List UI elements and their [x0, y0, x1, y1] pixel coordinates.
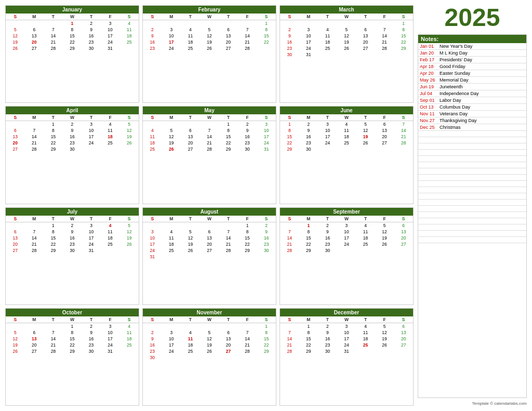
calendar-day: 1	[299, 222, 318, 229]
calendar-day: 26	[375, 241, 394, 247]
calendar-day: 24	[318, 140, 337, 146]
calendar-day: 15	[238, 235, 257, 241]
calendar-day: 8	[299, 229, 318, 235]
calendar-day: 25	[318, 45, 337, 51]
day-header: M	[299, 316, 318, 323]
month-table-august: SMTWTFS123456789101112131415161718192021…	[143, 216, 276, 260]
empty-note-row	[418, 231, 526, 237]
calendar-day: 18	[337, 134, 356, 140]
calendar-day: 28	[394, 140, 413, 146]
calendar-day: 21	[25, 140, 44, 146]
calendar-day: 22	[44, 241, 63, 247]
calendar-day: 30	[63, 146, 82, 152]
day-header: M	[25, 316, 44, 323]
calendar-day	[6, 323, 25, 329]
calendar-day: 23	[63, 140, 82, 146]
calendar-day: 5	[337, 26, 356, 33]
calendar-day: 2	[318, 222, 337, 229]
calendar-day: 31	[337, 348, 356, 354]
calendar-day: 27	[6, 146, 25, 152]
calendar-day: 5	[375, 222, 394, 229]
empty-note-row	[418, 224, 526, 231]
calendar-day: 21	[44, 39, 63, 45]
month-april: AprilSMTWTFS1234567891011121314151617181…	[5, 106, 139, 204]
calendar-day	[181, 20, 200, 27]
calendar-day: 25	[119, 39, 139, 45]
day-header: W	[63, 216, 82, 222]
calendar-day: 17	[101, 336, 120, 342]
calendar-day	[375, 247, 394, 254]
holiday-name: Thanksgiving Day	[440, 118, 477, 123]
calendar-day: 27	[375, 140, 394, 146]
calendar-day: 28	[280, 247, 299, 254]
calendar-day	[318, 146, 337, 152]
calendar-day: 15	[219, 134, 238, 140]
calendar-day	[25, 222, 44, 229]
calendar-day	[162, 20, 181, 27]
calendar-day	[82, 146, 101, 152]
calendar-day: 23	[280, 45, 299, 51]
day-header: F	[238, 114, 257, 121]
calendar-day	[6, 20, 25, 27]
calendar-day: 29	[299, 348, 318, 354]
day-header: S	[257, 14, 276, 20]
calendar-day: 7	[25, 127, 44, 134]
calendar-day: 28	[200, 146, 219, 152]
calendar-day	[6, 121, 25, 128]
calendar-day: 7	[25, 229, 44, 235]
calendar-day: 16	[143, 39, 162, 45]
empty-note-row	[418, 181, 526, 187]
calendar-day: 11	[101, 127, 120, 134]
calendar-day	[375, 348, 394, 354]
calendar-day: 16	[318, 235, 337, 241]
calendar-day	[101, 247, 120, 254]
calendar-day	[219, 222, 238, 229]
empty-note-row	[418, 131, 526, 137]
empty-note-row	[418, 156, 526, 162]
calendar-day: 9	[280, 33, 299, 39]
holiday-name: M L King Day	[440, 50, 468, 56]
month-table-november: SMTWTFS123456789101112131415161718192021…	[143, 316, 276, 361]
calendar-day: 27	[6, 247, 25, 254]
calendar-day: 20	[25, 342, 44, 348]
calendar-day: 15	[257, 336, 276, 342]
month-header-january: January	[6, 6, 139, 14]
calendar-day: 29	[63, 348, 82, 354]
day-header: M	[162, 14, 181, 20]
calendar-day: 20	[375, 134, 394, 140]
month-table-july: SMTWTFS123456789101112131415161718192021…	[6, 216, 139, 254]
day-header: W	[200, 316, 219, 323]
day-header: W	[337, 14, 356, 20]
day-header: F	[375, 216, 394, 222]
calendar-day: 12	[356, 127, 375, 134]
calendar-day: 20	[6, 241, 25, 247]
calendar-day: 20	[394, 235, 413, 241]
calendar-day	[356, 247, 375, 254]
calendar-day	[219, 354, 238, 361]
holiday-date: Apr 20	[420, 71, 440, 76]
template-credit: Template © calendarlabs.com	[418, 400, 527, 406]
calendar-day: 6	[356, 26, 375, 33]
calendar-day: 18	[356, 235, 375, 241]
calendar-day: 30	[318, 348, 337, 354]
calendar-day: 29	[257, 348, 276, 354]
calendar-day: 17	[299, 39, 318, 45]
holiday-name: Easter Sunday	[440, 71, 470, 76]
calendar-day: 8	[44, 127, 63, 134]
calendar-day: 13	[181, 134, 200, 140]
calendar-day: 1	[280, 121, 299, 128]
calendar-day: 27	[219, 45, 238, 51]
calendar-day: 25	[356, 241, 375, 247]
calendar-day: 10	[162, 336, 181, 342]
calendar-day: 19	[200, 39, 219, 45]
calendar-day: 20	[356, 39, 375, 45]
calendar-day: 7	[280, 329, 299, 336]
calendar-day	[200, 20, 219, 27]
calendar-day: 18	[318, 39, 337, 45]
calendar-day: 1	[257, 20, 276, 27]
calendar-day: 19	[375, 235, 394, 241]
calendar-day: 22	[238, 241, 257, 247]
day-header: T	[82, 316, 101, 323]
calendar-day: 29	[238, 247, 257, 254]
day-header: T	[356, 216, 375, 222]
